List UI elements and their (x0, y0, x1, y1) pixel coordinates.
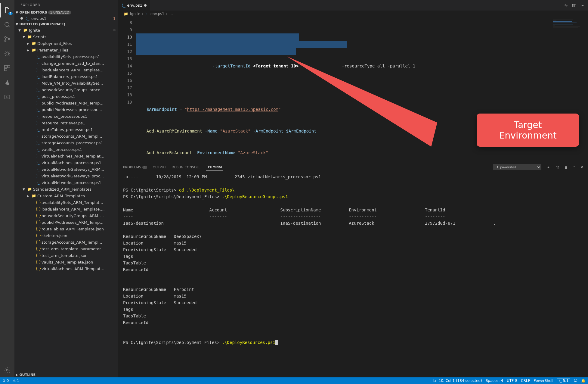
file-icon: { } (36, 200, 40, 204)
status-powershell-ext[interactable]: ⟩_ 5.1 (557, 378, 570, 383)
sidebar-title: EXPLORER (14, 0, 118, 10)
workspace-header[interactable]: ▼ UNTITLED (WORKSPACE) (14, 22, 118, 27)
close-panel-icon[interactable]: ✕ (580, 165, 583, 169)
tree-item[interactable]: { }test_arm_template_parameter... (14, 245, 118, 252)
file-icon: ⟩_ (36, 134, 40, 138)
tree-item[interactable]: { }networkSecurityGroups_ARM_... (14, 212, 118, 219)
more-actions-icon[interactable]: ⋯ (580, 3, 584, 8)
tree-item[interactable]: ⟩_publicIPAddresses_ARM_Temp... (14, 100, 118, 106)
tab-env-ps1[interactable]: ⟩_ env.ps1 (118, 0, 150, 11)
file-icon: { } (36, 214, 40, 218)
tree-item[interactable]: ▶📁Parameter_Files (14, 47, 118, 53)
tree-item[interactable]: ⟩_virtualNetworkGateways_proc... (14, 173, 118, 179)
file-icon: ⟩_ (36, 81, 40, 85)
search-icon[interactable] (0, 17, 14, 32)
tree-item[interactable]: { }storageAccounts_ARM_Templ... (14, 239, 118, 245)
tree-item[interactable]: ⟩_loadBalancers_processor.ps1 (14, 73, 118, 80)
status-notifications-icon[interactable]: 🔔 (581, 379, 586, 383)
tree-item[interactable]: ▶📁Deployment_Files (14, 40, 118, 47)
file-icon: 📁 (31, 48, 36, 52)
tree-item[interactable]: ⟩_storageAccounts_processor.ps1 (14, 139, 118, 146)
file-icon: { } (36, 260, 40, 264)
kill-terminal-icon[interactable]: 🗑 (565, 165, 568, 169)
svg-point-3 (8, 39, 10, 40)
terminal-selector[interactable]: 1: powershell (493, 164, 541, 170)
panel-tabs: PROBLEMS1 OUTPUT DEBUG CONSOLE TERMINAL … (118, 162, 588, 172)
tree-item[interactable]: { }vaults_ARM_Template.json (14, 259, 118, 265)
terminal[interactable]: -a---- 10/28/2019 12:09 PM 2345 virtualN… (118, 172, 588, 377)
tree-item[interactable]: ⟩_resource_retriever.ps1 (14, 120, 118, 126)
tree-item[interactable]: ▼📁Standardized_ARM_Templates (14, 186, 118, 192)
file-icon: 📁 (27, 35, 32, 39)
status-eol[interactable]: CRLF (521, 379, 530, 383)
activity-bar: 1 (0, 0, 14, 377)
svg-rect-5 (5, 65, 7, 68)
tree-item[interactable]: ⟩_virtualMachines_processor.ps1 (14, 159, 118, 166)
tree-item[interactable]: ⟩_virtualMachines_ARM_Templat... (14, 153, 118, 159)
explorer-icon[interactable]: 1 (0, 3, 14, 17)
compare-icon[interactable]: ⇋ (565, 3, 568, 8)
tree-item[interactable]: { }test_arm_template.json (14, 252, 118, 259)
tab-output[interactable]: OUTPUT (153, 164, 166, 170)
problems-badge: 1 (113, 16, 116, 21)
annotation-callout: Target Environment (477, 114, 579, 147)
split-editor-icon[interactable]: ▯▯ (572, 3, 576, 8)
tree-item[interactable]: { }availabilitySets_ARM_Templat... (14, 199, 118, 206)
status-warnings[interactable]: ⚠ 1 (13, 379, 19, 383)
status-encoding[interactable]: UTF-8 (507, 379, 517, 383)
svg-point-1 (5, 37, 6, 38)
open-editor-item[interactable]: ⟩_ env.ps1 1 (14, 15, 118, 22)
file-icon: { } (36, 207, 40, 211)
status-errors[interactable]: ⊘ 0 (2, 379, 9, 383)
split-terminal-icon[interactable]: ▯▯ (556, 165, 559, 169)
tree-item[interactable]: ⟩_virtualNetworkGateways_ARM... (14, 166, 118, 173)
tab-bar: ⟩_ env.ps1 ⇋ ▯▯ ⋯ (118, 0, 588, 11)
tree-item[interactable]: ▼📁Ignite (14, 27, 118, 33)
powershell-file-icon: ⟩_ (25, 16, 30, 20)
new-terminal-icon[interactable]: ＋ (547, 165, 550, 170)
tree-item[interactable]: ⟩_resource_processor.ps1 (14, 113, 118, 120)
azure-icon[interactable] (0, 75, 14, 90)
tree-item[interactable]: ⟩_virtualNetworks_processor.ps1 (14, 179, 118, 186)
tab-debug-console[interactable]: DEBUG CONSOLE (172, 164, 200, 170)
tree-item[interactable]: ⟩_loadBalancers_ARM_Template... (14, 67, 118, 73)
tab-terminal[interactable]: TERMINAL (206, 164, 223, 170)
maximize-panel-icon[interactable]: ˄ (573, 165, 575, 169)
status-feedback-icon[interactable]: ☺ (574, 379, 577, 383)
file-icon: ⟩_ (36, 161, 40, 165)
svg-rect-7 (5, 68, 7, 71)
status-indentation[interactable]: Spaces: 4 (486, 379, 503, 383)
tree-item[interactable]: ▼📁Scripts (14, 33, 118, 40)
status-language[interactable]: PowerShell (534, 379, 553, 383)
source-control-icon[interactable] (0, 32, 14, 46)
breadcrumb[interactable]: 📁 Ignite › ⟩_ env.ps1 › ... (118, 11, 588, 17)
code-editor[interactable]: 8910111213141516171819 -targetTenantId <… (118, 17, 588, 162)
settings-gear-icon[interactable] (0, 363, 14, 377)
debug-icon[interactable] (0, 46, 14, 61)
tree-item[interactable]: ⟩_storageAccounts_ARM_Templ... (14, 133, 118, 139)
tree-item[interactable]: ⟩_availabilitySets_processor.ps1 (14, 53, 118, 60)
tree-item[interactable]: { }routeTables_ARM_Template.json (14, 226, 118, 232)
tree-item[interactable]: { }skeleton.json (14, 232, 118, 239)
file-icon: ⟩_ (36, 180, 40, 185)
tree-item[interactable]: { }virtualMachines_ARM_Templat... (14, 265, 118, 272)
tab-problems[interactable]: PROBLEMS1 (123, 164, 147, 170)
tree-item[interactable]: ⟩_vaults_processor.ps1 (14, 146, 118, 153)
tree-item[interactable]: ⟩_change_premium_ssd_to_stan... (14, 60, 118, 67)
powershell-icon[interactable] (0, 90, 14, 104)
file-icon: ⟩_ (36, 114, 40, 118)
file-icon: ⟩_ (36, 94, 40, 98)
open-editors-header[interactable]: ▼ OPEN EDITORS 1 UNSAVED (14, 10, 118, 15)
tree-item[interactable]: ▶📁Custom_ARM_Templates (14, 192, 118, 199)
tree-item[interactable]: ⟩_post_process.ps1 (14, 93, 118, 100)
tree-item[interactable]: ⟩_Move_VM_Into_AvailabilitySet... (14, 80, 118, 86)
tree-item[interactable]: { }publicIPAddresses_ARM_Temp... (14, 219, 118, 226)
tree-item[interactable]: ⟩_routeTables_processor.ps1 (14, 126, 118, 133)
outline-header[interactable]: ▶ OUTLINE (14, 372, 118, 377)
tree-item[interactable]: ⟩_networkSecurityGroups_proce... (14, 86, 118, 93)
tree-item[interactable]: ⟩_publicIPAddresses_processor.... (14, 106, 118, 113)
extensions-icon[interactable] (0, 61, 14, 75)
status-cursor-position[interactable]: Ln 10, Col 1 (184 selected) (433, 379, 482, 383)
svg-point-2 (5, 40, 6, 42)
tree-item[interactable]: { }loadBalancers_ARM_Template.... (14, 206, 118, 212)
